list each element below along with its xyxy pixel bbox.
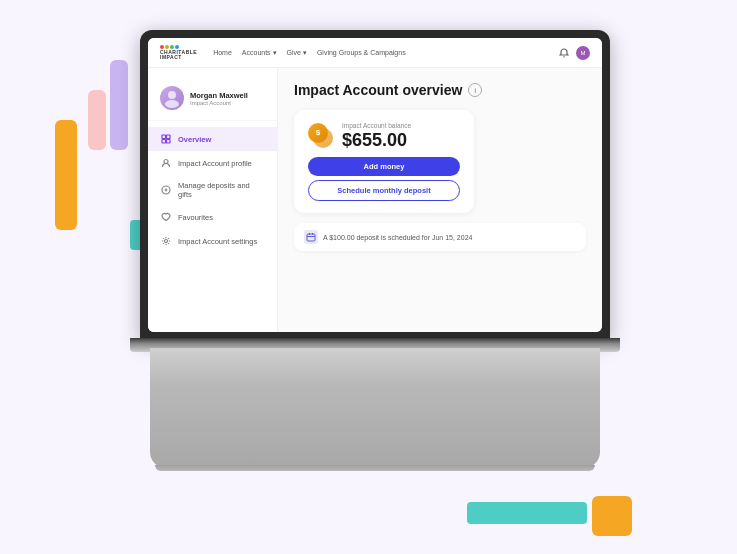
- svg-rect-9: [307, 234, 315, 241]
- deposit-notice-text: A $100.00 deposit is scheduled for Jun 1…: [323, 234, 472, 241]
- sidebar-favourites-label: Favourites: [178, 213, 213, 222]
- settings-icon: [160, 235, 172, 247]
- laptop-device: CHARITABLEIMPACT Home Accounts ▾ Give ▾ …: [130, 30, 620, 490]
- coin-main: $: [308, 123, 328, 143]
- page-title: Impact Account overview: [294, 82, 462, 98]
- svg-rect-5: [167, 140, 171, 144]
- laptop-screen-bezel: CHARITABLEIMPACT Home Accounts ▾ Give ▾ …: [140, 30, 610, 340]
- decorative-orange-bar: [55, 120, 77, 230]
- notification-icon[interactable]: [558, 47, 570, 59]
- sidebar-settings-label: Impact Account settings: [178, 237, 257, 246]
- sidebar-item-overview[interactable]: Overview: [148, 127, 277, 151]
- sidebar-item-favourites[interactable]: Favourites: [148, 205, 277, 229]
- sidebar-item-profile[interactable]: Impact Account profile: [148, 151, 277, 175]
- logo-text: CHARITABLEIMPACT: [160, 50, 197, 60]
- laptop-foot: [155, 465, 595, 471]
- balance-info: Impact Account balance $655.00: [342, 122, 460, 149]
- schedule-deposit-button[interactable]: Schedule monthly deposit: [308, 180, 460, 201]
- avatar: [160, 86, 184, 110]
- sidebar-item-deposits[interactable]: Manage deposits and gifts: [148, 175, 277, 205]
- svg-rect-3: [167, 135, 171, 139]
- nav-give[interactable]: Give ▾: [287, 49, 307, 57]
- sidebar: Morgan Maxwell Impact Account: [148, 68, 278, 332]
- balance-top: $ Impact Account balance $655.00: [308, 122, 460, 149]
- overview-icon: [160, 133, 172, 145]
- add-money-button[interactable]: Add money: [308, 157, 460, 176]
- nav-bar: CHARITABLEIMPACT Home Accounts ▾ Give ▾ …: [148, 38, 602, 68]
- user-avatar-nav[interactable]: M: [576, 46, 590, 60]
- user-name: Morgan Maxwell: [190, 91, 248, 100]
- balance-amount: $655.00: [342, 131, 460, 149]
- user-type: Impact Account: [190, 100, 248, 106]
- main-content: Morgan Maxwell Impact Account: [148, 68, 602, 332]
- svg-point-8: [165, 240, 168, 243]
- balance-card: $ Impact Account balance $655.00 Add mon…: [294, 110, 474, 213]
- nav-icons: M: [558, 46, 590, 60]
- decorative-purple-bar: [110, 60, 128, 150]
- page-title-row: Impact Account overview i: [294, 82, 586, 98]
- user-info: Morgan Maxwell Impact Account: [190, 91, 248, 106]
- svg-point-1: [165, 100, 179, 108]
- svg-rect-4: [162, 140, 166, 144]
- svg-point-0: [168, 91, 176, 99]
- content-panel: Impact Account overview i $: [278, 68, 602, 332]
- deposit-notice: A $100.00 deposit is scheduled for Jun 1…: [294, 223, 586, 251]
- decorative-orange-bottom-square: [592, 496, 632, 536]
- sidebar-overview-label: Overview: [178, 135, 211, 144]
- decorative-teal-bottom-bar: [467, 502, 587, 524]
- info-icon[interactable]: i: [468, 83, 482, 97]
- user-profile: Morgan Maxwell Impact Account: [148, 78, 277, 121]
- svg-point-6: [164, 160, 168, 164]
- laptop-screen: CHARITABLEIMPACT Home Accounts ▾ Give ▾ …: [148, 38, 602, 332]
- svg-rect-2: [162, 135, 166, 139]
- deposits-icon: [160, 184, 172, 196]
- nav-giving-groups[interactable]: Giving Groups & Campaigns: [317, 49, 406, 57]
- sidebar-item-settings[interactable]: Impact Account settings: [148, 229, 277, 253]
- balance-label: Impact Account balance: [342, 122, 460, 129]
- sidebar-profile-label: Impact Account profile: [178, 159, 252, 168]
- calendar-icon: [304, 230, 318, 244]
- heart-icon: [160, 211, 172, 223]
- laptop-base: [150, 348, 600, 468]
- decorative-pink-bar: [88, 90, 106, 150]
- info-symbol: i: [474, 86, 476, 95]
- sidebar-deposits-label: Manage deposits and gifts: [178, 181, 265, 199]
- nav-links: Home Accounts ▾ Give ▾ Giving Groups & C…: [213, 49, 558, 57]
- logo: CHARITABLEIMPACT: [160, 45, 197, 60]
- nav-accounts[interactable]: Accounts ▾: [242, 49, 277, 57]
- profile-icon: [160, 157, 172, 169]
- coin-icon: $: [308, 123, 334, 149]
- nav-home[interactable]: Home: [213, 49, 232, 57]
